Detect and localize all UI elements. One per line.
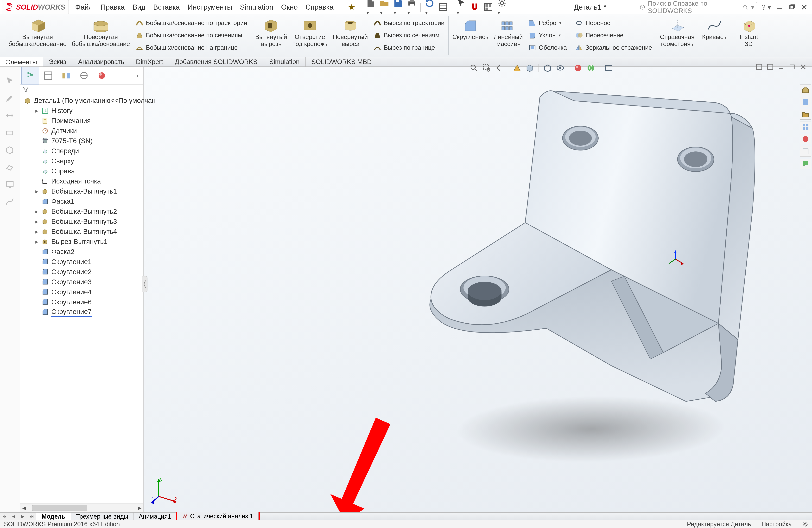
- qa-open-button[interactable]: [379, 0, 389, 16]
- menu-insert[interactable]: Вставка: [153, 3, 180, 11]
- extruded-boss-button[interactable]: Вытянутаябобышка/основание: [9, 16, 67, 48]
- tree-item-2[interactable]: Датчики: [21, 126, 142, 136]
- scrollbar-thumb[interactable]: [32, 505, 87, 511]
- mirror-button[interactable]: Зеркальное отражение: [575, 42, 652, 53]
- app-logo[interactable]: SOLIDWORKS: [2, 0, 69, 14]
- doc-layout2-button[interactable]: [767, 63, 774, 71]
- status-gear-icon[interactable]: [802, 521, 808, 527]
- shell-button[interactable]: Оболочка: [528, 42, 567, 53]
- scene-button[interactable]: [586, 63, 596, 73]
- side-reference-icon[interactable]: [5, 128, 15, 138]
- fm-tab-property[interactable]: [39, 67, 57, 85]
- menu-help[interactable]: Справка: [305, 3, 334, 11]
- tree-item-6[interactable]: Справа: [21, 166, 142, 176]
- draft-button[interactable]: Уклон: [528, 30, 567, 41]
- maximize-button[interactable]: [788, 3, 796, 11]
- taskpane-forum[interactable]: [800, 159, 811, 169]
- tree-item-12[interactable]: ▸Бобышка-Вытянуть4: [21, 227, 142, 237]
- qa-options-button[interactable]: [438, 2, 448, 12]
- appearance-button[interactable]: [573, 63, 583, 73]
- tree-item-11[interactable]: ▸Бобышка-Вытянуть3: [21, 216, 142, 227]
- doc-close-button[interactable]: [800, 63, 808, 71]
- tree-expand-icon[interactable]: ▸: [34, 108, 39, 114]
- side-plane-icon[interactable]: [5, 162, 15, 172]
- cm-tab-mbd[interactable]: SOLIDWORKS MBD: [306, 57, 378, 67]
- cm-tab-sw-addins[interactable]: Добавления SOLIDWORKS: [169, 57, 263, 67]
- bottom-tab-animation[interactable]: Анимация1: [133, 513, 176, 520]
- tree-root[interactable]: Деталь1 (По умолчанию<<По умолчан: [21, 96, 142, 105]
- menu-simulation[interactable]: Simulation: [240, 3, 273, 11]
- tree-expand-icon[interactable]: ▸: [34, 218, 39, 225]
- tree-expand-icon[interactable]: ▸: [34, 208, 39, 215]
- lofted-boss-button[interactable]: Бобышка/основание по сечениям: [135, 30, 247, 41]
- tree-item-14[interactable]: Фаска2: [21, 247, 142, 257]
- side-select-icon[interactable]: [5, 76, 15, 86]
- tree-item-10[interactable]: ▸Бобышка-Вытянуть2: [21, 206, 142, 216]
- orientation-button[interactable]: [525, 63, 535, 73]
- panel-splitter-handle[interactable]: [142, 276, 147, 292]
- tree-item-9[interactable]: Фаска1: [21, 196, 142, 206]
- taskpane-home[interactable]: [800, 85, 811, 95]
- status-customize[interactable]: Настройка: [762, 521, 792, 528]
- help-dropdown-button[interactable]: ? ▾: [762, 3, 771, 11]
- prev-view-button[interactable]: [494, 63, 504, 73]
- tab-nav-prev[interactable]: ◀: [9, 513, 18, 520]
- tree-item-7[interactable]: Исходная точка: [21, 176, 142, 186]
- menu-window[interactable]: Окно: [281, 3, 298, 11]
- fm-tab-display[interactable]: [93, 67, 111, 85]
- cm-tab-features[interactable]: Элементы: [0, 57, 43, 67]
- menu-file[interactable]: Файл: [75, 3, 93, 11]
- bottom-tab-3dviews[interactable]: Трехмерные виды: [71, 513, 133, 520]
- extruded-cut-button[interactable]: Вытянутыйвырез: [255, 16, 287, 48]
- scroll-left-button[interactable]: ◀: [20, 504, 28, 512]
- tree-item-17[interactable]: Скругление3: [21, 277, 142, 287]
- tree-item-3[interactable]: 7075-T6 (SN): [21, 136, 142, 146]
- tree-item-5[interactable]: Сверху: [21, 156, 142, 166]
- tree-item-15[interactable]: Скругление1: [21, 257, 142, 267]
- swept-cut-button[interactable]: Вырез по траектории: [373, 17, 445, 29]
- boundary-cut-button[interactable]: Вырез по границе: [373, 42, 445, 53]
- lofted-cut-button[interactable]: Вырез по сечениям: [373, 30, 445, 41]
- fillet-button[interactable]: Скругление: [452, 16, 488, 41]
- instant-3d-button[interactable]: Instant3D: [734, 16, 764, 48]
- display-style-button[interactable]: [543, 63, 552, 73]
- tree-item-20[interactable]: Скругление7: [21, 307, 142, 317]
- view-settings-button[interactable]: [604, 63, 613, 73]
- side-curve-icon[interactable]: [5, 197, 15, 207]
- taskpane-custom-props[interactable]: [800, 146, 811, 157]
- revolved-cut-button[interactable]: Повернутыйвырез: [333, 16, 368, 48]
- section-view-button[interactable]: [512, 63, 522, 73]
- cm-tab-sketch[interactable]: Эскиз: [43, 57, 72, 67]
- rib-button[interactable]: Ребро: [528, 17, 567, 29]
- side-sketch-icon[interactable]: [5, 94, 15, 103]
- bottom-tab-static-analysis[interactable]: Статический анализ 1: [177, 512, 259, 520]
- tab-nav-next[interactable]: ▶: [18, 513, 27, 520]
- hole-wizard-button[interactable]: Отверстиепод крепеж: [292, 16, 328, 48]
- fm-filter-bar[interactable]: [20, 85, 143, 94]
- fm-horizontal-scrollbar[interactable]: ◀ ▶: [20, 503, 143, 512]
- curves-button[interactable]: Кривые: [700, 16, 729, 41]
- qa-save-button[interactable]: [393, 0, 403, 16]
- menu-edit[interactable]: Правка: [101, 3, 125, 11]
- qa-magnet-button[interactable]: [470, 2, 480, 12]
- graphics-area[interactable]: y x z: [144, 67, 812, 512]
- cm-tab-simulation[interactable]: Simulation: [263, 57, 306, 67]
- linear-pattern-button[interactable]: Линейныймассив: [494, 16, 523, 48]
- swept-boss-button[interactable]: Бобышка/основание по траектории: [135, 17, 247, 29]
- tree-item-8[interactable]: ▸Бобышка-Вытянуть1: [21, 186, 142, 196]
- minimize-button[interactable]: [775, 3, 783, 11]
- hide-show-button[interactable]: [555, 63, 565, 73]
- qa-settings-button[interactable]: [497, 0, 507, 16]
- zoom-fit-button[interactable]: [469, 63, 479, 73]
- fm-tab-overflow[interactable]: ›: [132, 67, 142, 85]
- tree-expand-icon[interactable]: ▸: [34, 188, 39, 195]
- tree-item-18[interactable]: Скругление4: [21, 287, 142, 297]
- fm-tab-tree[interactable]: [21, 67, 39, 85]
- zoom-area-button[interactable]: [482, 63, 491, 73]
- close-button[interactable]: [800, 3, 808, 11]
- qa-rebuild-button[interactable]: [425, 0, 434, 16]
- doc-minimize-button[interactable]: [778, 63, 785, 71]
- doc-maximize-button[interactable]: [788, 63, 796, 71]
- help-search-input[interactable]: ? Поиск в Справке по SOLIDWORKS ▾: [637, 2, 757, 12]
- side-display-icon[interactable]: [5, 180, 15, 189]
